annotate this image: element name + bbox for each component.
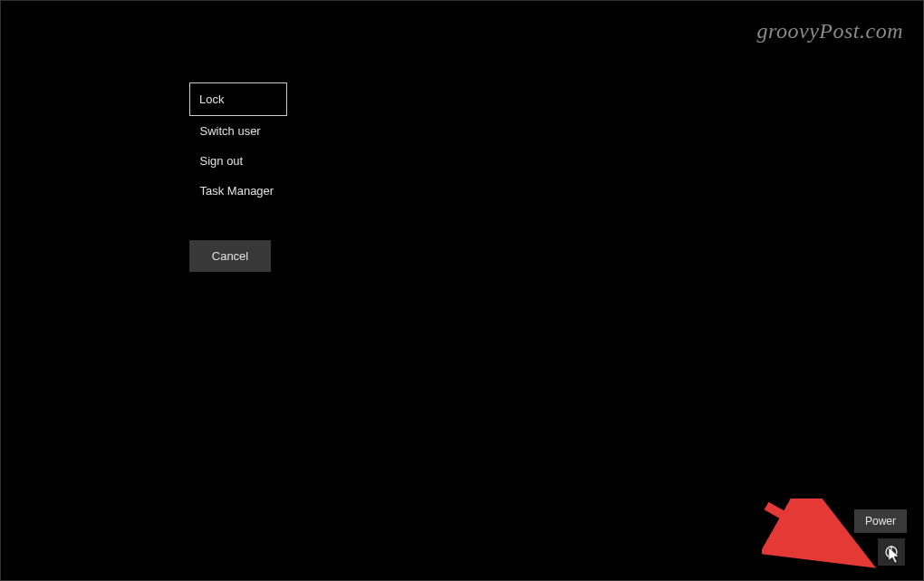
lock-option[interactable]: Lock xyxy=(189,82,287,116)
watermark-text: groovyPost.com xyxy=(757,19,903,44)
power-button[interactable] xyxy=(878,538,905,566)
system-tray xyxy=(809,538,905,566)
power-icon xyxy=(884,545,899,559)
svg-point-0 xyxy=(817,556,820,558)
task-manager-option[interactable]: Task Manager xyxy=(189,176,287,206)
switch-user-option[interactable]: Switch user xyxy=(189,116,287,146)
accessibility-icon[interactable] xyxy=(843,543,861,561)
ctrl-alt-del-menu: Lock Switch user Sign out Task Manager C… xyxy=(189,82,287,272)
cancel-button[interactable]: Cancel xyxy=(189,240,271,272)
sign-out-option[interactable]: Sign out xyxy=(189,146,287,176)
svg-point-1 xyxy=(851,545,854,548)
power-tooltip: Power xyxy=(854,509,907,533)
wifi-icon[interactable] xyxy=(809,543,827,561)
